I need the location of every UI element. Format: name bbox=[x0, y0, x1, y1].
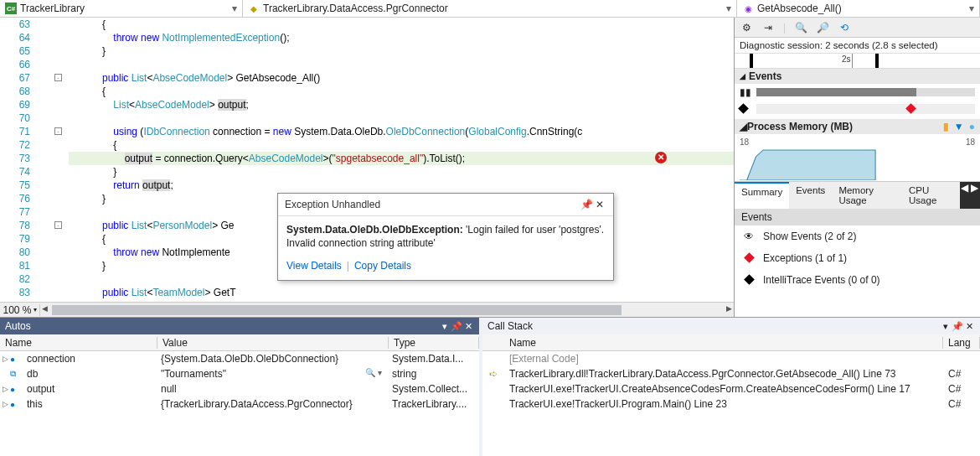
memory-area-chart bbox=[740, 147, 975, 180]
visualizer-icon[interactable]: 🔍 ▾ bbox=[365, 368, 382, 380]
red-diamond-icon bbox=[743, 252, 755, 264]
var-name: db bbox=[22, 368, 156, 380]
autos-panel: Autos ▾ 📌 ✕ Name Value Type ▷●connection… bbox=[0, 318, 482, 456]
memory-chart: 1818 bbox=[735, 134, 980, 181]
var-value: null bbox=[156, 383, 387, 395]
tab-scroll-left[interactable]: ◀ bbox=[960, 182, 970, 209]
callstack-row[interactable]: TrackerUI.exe!TrackerUI.CreateAbsenceCod… bbox=[482, 381, 980, 396]
events-track: ▮▮ bbox=[735, 84, 980, 119]
pin-icon[interactable]: 📌 bbox=[451, 321, 462, 332]
autos-row[interactable]: ⧉db"Tournaments"🔍 ▾string bbox=[0, 366, 479, 381]
callstack-grid[interactable]: [External Code]➪TrackerLibrary.dll!Track… bbox=[482, 351, 980, 456]
fold-toggle[interactable]: - bbox=[54, 74, 62, 81]
diagnostics-toolbar: ⚙ ⇥ | 🔍 🔎 ⟲ bbox=[735, 18, 980, 38]
ruler-select-start[interactable] bbox=[750, 54, 753, 68]
exception-popup: Exception Unhandled 📌 ✕ System.Data.OleD… bbox=[277, 193, 614, 281]
zoom-level[interactable]: 100 %▾ bbox=[0, 304, 40, 316]
method-icon: ◉ bbox=[742, 3, 754, 14]
scroll-left-icon[interactable]: ◀ bbox=[42, 304, 48, 313]
expand-icon[interactable]: ▷ bbox=[0, 385, 10, 393]
zoom-label: 100 % bbox=[3, 304, 31, 316]
callstack-row[interactable]: TrackerUI.exe!TrackerUI.Program.Main() L… bbox=[482, 396, 980, 412]
exception-type: System.Data.OleDb.OleDbException: bbox=[286, 224, 463, 236]
pin-icon[interactable]: 📌 bbox=[580, 199, 593, 210]
csharp-icon: C# bbox=[5, 3, 17, 14]
breadcrumb-class[interactable]: ◆ TrackerLibrary.DataAccess.PgrConnector… bbox=[243, 0, 737, 17]
breadcrumb-method-label: GetAbsecode_All() bbox=[757, 3, 842, 14]
fold-toggle[interactable]: - bbox=[54, 221, 62, 229]
window-menu-icon[interactable]: ▾ bbox=[940, 321, 952, 332]
col-name[interactable]: Name bbox=[504, 337, 943, 349]
autos-row[interactable]: ▷●outputnullSystem.Collect... bbox=[0, 381, 479, 396]
frame-name: TrackerLibrary.dll!TrackerLibrary.DataAc… bbox=[504, 368, 943, 380]
reset-view-icon[interactable]: ⟲ bbox=[838, 21, 851, 34]
var-name: connection bbox=[22, 353, 156, 365]
chevron-down-icon: ▾ bbox=[959, 3, 974, 14]
var-type: System.Data.I... bbox=[387, 353, 479, 365]
autos-grid[interactable]: ▷●connection{System.Data.OleDb.OleDbConn… bbox=[0, 351, 479, 456]
chevron-down-icon: ▾ bbox=[34, 306, 37, 314]
view-details-link[interactable]: View Details bbox=[286, 260, 342, 272]
callstack-panel: Call Stack ▾ 📌 ✕ Name Lang [External Cod… bbox=[482, 318, 980, 456]
ruler-select-end[interactable] bbox=[875, 54, 879, 68]
private-bytes-icon: ● bbox=[969, 121, 975, 132]
var-value: {System.Data.OleDb.OleDbConnection} bbox=[156, 353, 387, 365]
event-row[interactable]: Exceptions (1 of 1) bbox=[735, 247, 980, 269]
col-lang[interactable]: Lang bbox=[943, 337, 980, 349]
expand-icon[interactable]: ▷ bbox=[0, 355, 10, 363]
horizontal-scrollbar[interactable]: ◀ ▶ bbox=[40, 303, 734, 317]
events-subhead: Events bbox=[735, 209, 980, 225]
var-type: TrackerLibrary.... bbox=[387, 398, 479, 410]
variable-icon: ● bbox=[10, 385, 22, 394]
col-name[interactable]: Name bbox=[0, 337, 157, 349]
callstack-row[interactable]: ➪TrackerLibrary.dll!TrackerLibrary.DataA… bbox=[482, 366, 980, 381]
tab-events[interactable]: Events bbox=[789, 182, 832, 209]
var-value: {TrackerLibrary.DataAccess.PgrConnector} bbox=[156, 398, 387, 410]
frame-glyph: ➪ bbox=[482, 368, 504, 380]
scrollbar-thumb[interactable] bbox=[52, 305, 622, 315]
events-section-head[interactable]: ◢Events bbox=[735, 69, 980, 84]
expand-icon[interactable]: ▷ bbox=[0, 400, 10, 408]
ruler-tick-label: 2s bbox=[842, 54, 851, 64]
gear-icon[interactable]: ⚙ bbox=[740, 21, 753, 34]
diagnostic-ruler[interactable]: 2s bbox=[735, 54, 980, 69]
zoom-in-icon[interactable]: 🔍 bbox=[794, 21, 807, 34]
zoom-out-icon[interactable]: 🔎 bbox=[816, 21, 829, 34]
tab-cpu[interactable]: CPU Usage bbox=[902, 182, 960, 209]
event-label: Exceptions (1 of 1) bbox=[763, 252, 847, 264]
autos-row[interactable]: ▷●this{TrackerLibrary.DataAccess.PgrConn… bbox=[0, 396, 479, 412]
close-icon[interactable]: ✕ bbox=[593, 199, 606, 210]
error-icon: ✕ bbox=[655, 152, 667, 163]
frame-name: TrackerUI.exe!TrackerUI.CreateAbsenceCod… bbox=[504, 383, 943, 395]
scroll-right-icon[interactable]: ▶ bbox=[726, 304, 732, 313]
exception-body: System.Data.OleDb.OleDbException: 'Login… bbox=[278, 216, 613, 253]
line-number-gutter: 6364656667686970717273747576777879808182… bbox=[0, 18, 35, 302]
callstack-row[interactable]: [External Code] bbox=[482, 351, 980, 366]
callstack-header: Name Lang bbox=[482, 334, 980, 351]
fold-gutter[interactable]: --- bbox=[35, 18, 69, 302]
tab-scroll-right[interactable]: ▶ bbox=[970, 182, 980, 209]
window-menu-icon[interactable]: ▾ bbox=[439, 321, 451, 332]
eye-icon: 👁 bbox=[743, 231, 755, 242]
callstack-title-bar[interactable]: Call Stack ▾ 📌 ✕ bbox=[482, 318, 980, 334]
autos-title-bar[interactable]: Autos ▾ 📌 ✕ bbox=[0, 318, 479, 334]
autos-row[interactable]: ▷●connection{System.Data.OleDb.OleDbConn… bbox=[0, 351, 479, 366]
export-icon[interactable]: ⇥ bbox=[761, 21, 775, 34]
pin-icon[interactable]: 📌 bbox=[952, 321, 963, 332]
fold-toggle[interactable]: - bbox=[54, 127, 62, 135]
diagnostic-session-label: Diagnostic session: 2 seconds (2.8 s sel… bbox=[735, 38, 980, 54]
col-value[interactable]: Value bbox=[157, 337, 389, 349]
diagnostics-tabs: Summary Events Memory Usage CPU Usage ◀ … bbox=[735, 181, 980, 209]
snapshot-marker-icon: ▼ bbox=[954, 121, 964, 132]
memory-section-head[interactable]: ◢ Process Memory (MB) ▮ ▼ ● bbox=[735, 119, 980, 134]
event-row[interactable]: 👁Show Events (2 of 2) bbox=[735, 225, 980, 247]
col-type[interactable]: Type bbox=[389, 337, 479, 349]
breadcrumb-method[interactable]: ◉ GetAbsecode_All() ▾ bbox=[737, 0, 980, 17]
copy-details-link[interactable]: Copy Details bbox=[354, 260, 411, 272]
tab-summary[interactable]: Summary bbox=[735, 182, 789, 209]
close-icon[interactable]: ✕ bbox=[462, 321, 474, 332]
tab-memory[interactable]: Memory Usage bbox=[832, 182, 902, 209]
close-icon[interactable]: ✕ bbox=[963, 321, 975, 332]
event-row[interactable]: IntelliTrace Events (0 of 0) bbox=[735, 269, 980, 291]
breadcrumb-project[interactable]: C# TrackerLibrary ▾ bbox=[0, 0, 243, 17]
